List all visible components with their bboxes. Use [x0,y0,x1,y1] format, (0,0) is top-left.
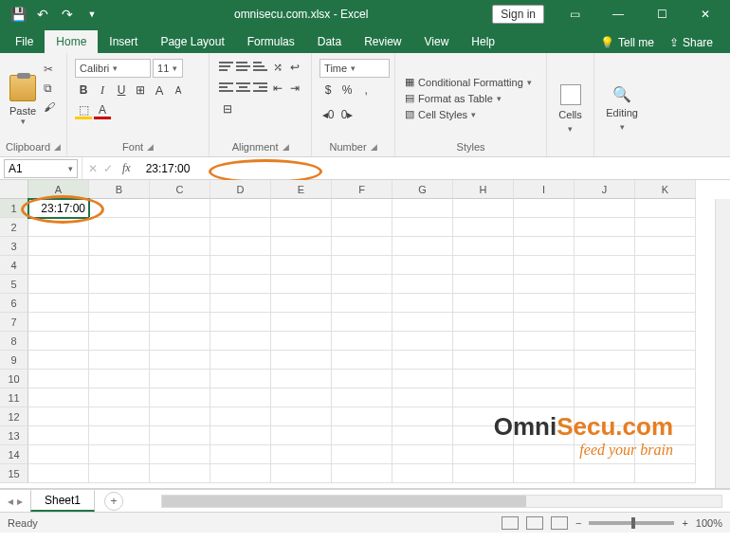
cell[interactable] [575,332,635,351]
cell[interactable] [89,294,150,313]
cell[interactable] [514,294,575,313]
cell[interactable] [392,313,453,332]
save-icon[interactable]: 💾 [8,4,28,25]
font-color-icon[interactable]: A [94,102,111,119]
cells-button[interactable]: Cells ▾ [553,57,588,154]
cell[interactable] [89,426,150,445]
cell[interactable] [453,426,514,445]
cell[interactable] [210,445,271,464]
italic-button[interactable]: I [94,81,111,99]
cell[interactable] [332,237,392,256]
cell[interactable] [210,407,271,426]
maximize-icon[interactable]: ☐ [641,1,683,27]
merge-center-icon[interactable]: ⊟ [219,100,236,117]
row-header[interactable]: 1 [0,199,28,218]
cell[interactable] [210,218,271,237]
page-layout-view-icon[interactable] [526,516,543,530]
cell[interactable] [28,256,89,275]
cell[interactable] [28,445,89,464]
cell[interactable] [89,313,150,332]
cell[interactable] [575,388,635,407]
cell[interactable] [635,313,696,332]
ribbon-display-options-icon[interactable]: ▭ [554,1,595,27]
tab-page-layout[interactable]: Page Layout [149,30,235,53]
cell[interactable] [271,445,332,464]
align-left-icon[interactable] [219,80,233,95]
cell[interactable] [514,370,575,388]
decrease-font-icon[interactable]: A [170,81,187,99]
chevron-down-icon[interactable]: ▾ [68,164,73,173]
cell[interactable] [210,388,271,407]
cell[interactable] [28,275,89,294]
cell[interactable] [150,256,210,275]
cell[interactable] [575,370,635,388]
cell[interactable] [575,313,635,332]
cell[interactable] [150,294,210,313]
cell[interactable] [575,407,635,426]
cell[interactable] [28,313,89,332]
align-right-icon[interactable] [253,80,267,95]
cell[interactable] [514,237,575,256]
cell[interactable] [210,426,271,445]
cell[interactable] [392,237,453,256]
cell[interactable] [453,218,514,237]
cell[interactable] [575,426,635,445]
cell[interactable] [271,294,332,313]
cell[interactable] [210,370,271,388]
cell[interactable] [332,294,392,313]
cancel-formula-icon[interactable]: ✕ [88,162,98,175]
cell[interactable] [28,218,89,237]
cell[interactable] [150,199,210,218]
cell[interactable] [271,237,332,256]
share-button[interactable]: ⇪ Share [664,32,719,53]
cell[interactable] [271,370,332,388]
cell[interactable] [635,256,696,275]
cell[interactable] [575,294,635,313]
cell[interactable] [392,351,453,370]
cell[interactable] [210,199,271,218]
cell[interactable] [89,464,150,483]
paste-button[interactable]: Paste [9,105,36,117]
fill-color-icon[interactable]: ⬚ [75,102,92,119]
close-icon[interactable]: ✕ [684,1,726,27]
cell[interactable] [28,237,89,256]
cell[interactable] [453,256,514,275]
cell[interactable] [392,218,453,237]
new-sheet-button[interactable]: + [104,492,123,511]
align-bottom-icon[interactable] [253,59,267,74]
cell[interactable] [150,237,210,256]
cell[interactable] [635,445,696,464]
enter-formula-icon[interactable]: ✓ [103,162,113,175]
horizontal-scrollbar[interactable] [161,495,722,508]
cell[interactable] [332,218,392,237]
cell[interactable] [453,275,514,294]
dialog-launcher-icon[interactable]: ◢ [283,142,289,152]
row-header[interactable]: 8 [0,332,28,351]
col-header[interactable]: A [28,180,89,199]
cell[interactable] [89,370,150,388]
cell[interactable] [635,218,696,237]
col-header[interactable]: H [453,180,514,199]
increase-font-icon[interactable]: A [151,81,168,99]
cell[interactable] [89,275,150,294]
name-box[interactable]: A1 ▾ [4,159,78,178]
cell[interactable] [635,464,696,483]
cell[interactable] [332,445,392,464]
cell[interactable] [150,445,210,464]
currency-icon[interactable]: $ [319,81,337,99]
zoom-slider[interactable] [589,521,674,525]
cell[interactable] [392,464,453,483]
cell[interactable] [332,426,392,445]
cell[interactable] [514,256,575,275]
cell[interactable] [89,351,150,370]
cell[interactable] [635,294,696,313]
cell[interactable] [514,218,575,237]
align-center-icon[interactable] [236,80,250,95]
cell[interactable] [89,256,150,275]
tab-view[interactable]: View [413,30,461,53]
tab-formulas[interactable]: Formulas [236,30,306,53]
format-as-table-button[interactable]: ▤Format as Table▾ [401,90,540,106]
cell[interactable] [392,370,453,388]
cell[interactable] [635,237,696,256]
cell[interactable] [89,407,150,426]
